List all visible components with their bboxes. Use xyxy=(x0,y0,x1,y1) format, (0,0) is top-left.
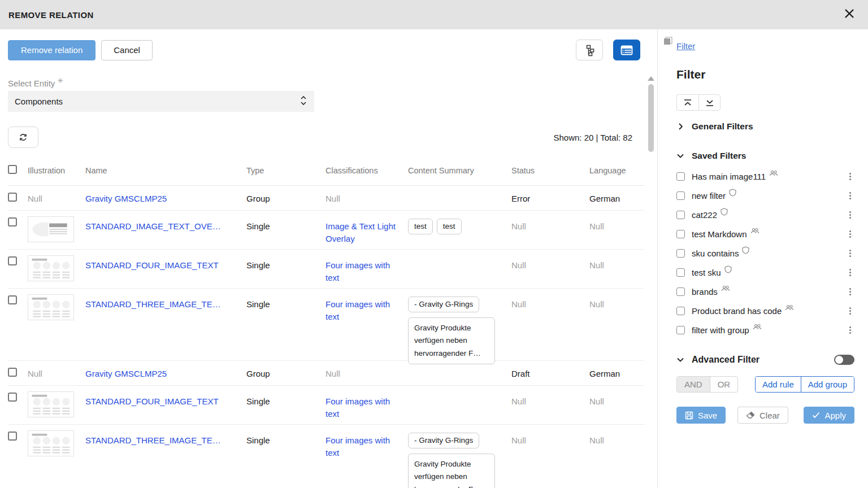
filter-menu-button[interactable] xyxy=(845,191,854,200)
tree-view-icon xyxy=(583,44,596,56)
name-link[interactable]: Gravity GMSCLMP25 xyxy=(85,369,167,378)
name-link[interactable]: STANDARD_THREE_IMAGE_TE… xyxy=(85,435,221,445)
four-image-thumbnail xyxy=(28,255,74,281)
row-checkbox[interactable] xyxy=(8,256,17,265)
name-link[interactable]: STANDARD_IMAGE_TEXT_OVE… xyxy=(85,221,221,231)
scroll-up-arrow-icon[interactable] xyxy=(648,76,654,81)
saved-filter-item: brands xyxy=(676,282,854,301)
row-checkbox[interactable] xyxy=(8,368,17,377)
scrollbar-thumb[interactable] xyxy=(648,84,654,152)
type-cell: Single xyxy=(246,250,326,288)
classification-link[interactable]: Four images with text xyxy=(326,435,390,458)
group-icon xyxy=(721,285,730,292)
filter-menu-button[interactable] xyxy=(845,306,854,315)
collapse-all-button[interactable] xyxy=(676,94,698,111)
filter-menu-button[interactable] xyxy=(845,249,854,258)
filter-menu-button[interactable] xyxy=(845,325,854,334)
filter-panel-link[interactable]: Filter xyxy=(676,41,695,51)
refresh-button[interactable] xyxy=(8,127,38,148)
table-row: Null Gravity GMSCLMP25 Group Null Draft … xyxy=(8,361,644,386)
status-cell: Null xyxy=(511,425,589,488)
classification-cell: Null xyxy=(326,361,408,385)
entity-select-value: Components xyxy=(15,97,63,106)
status-cell: Null xyxy=(511,386,589,424)
content-summary-cell xyxy=(408,361,511,385)
filter-checkbox[interactable] xyxy=(676,191,685,200)
operator-switch: AND OR xyxy=(676,376,738,393)
name-link[interactable]: STANDARD_FOUR_IMAGE_TEXT xyxy=(85,260,219,270)
relations-table: Illustration Name Type Classifications C… xyxy=(8,157,644,488)
name-link[interactable]: Gravity GMSCLMP25 xyxy=(85,194,167,203)
col-classifications: Classifications xyxy=(326,157,408,185)
row-checkbox[interactable] xyxy=(8,295,17,304)
content-summary-cell xyxy=(408,186,511,210)
filter-checkbox[interactable] xyxy=(676,287,685,296)
add-rule-button[interactable]: Add rule xyxy=(756,377,801,392)
name-link[interactable]: STANDARD_THREE_IMAGE_TE… xyxy=(85,299,221,309)
filter-checkbox[interactable] xyxy=(676,249,685,258)
type-cell: Single xyxy=(246,386,326,424)
filter-checkbox[interactable] xyxy=(676,326,685,334)
table-scrollbar[interactable] xyxy=(648,76,654,488)
filter-menu-button[interactable] xyxy=(845,287,854,296)
add-group-button[interactable]: Add group xyxy=(801,377,854,392)
content-summary-cell xyxy=(408,386,511,424)
four-image-thumbnail xyxy=(28,430,74,456)
classification-link[interactable]: Four images with text xyxy=(326,396,390,419)
saved-filter-item: filter with group xyxy=(676,320,854,339)
filter-checkbox[interactable] xyxy=(676,268,685,277)
cancel-button[interactable]: Cancel xyxy=(101,40,153,60)
col-type: Type xyxy=(246,157,326,185)
remove-relation-button[interactable]: Remove relation xyxy=(8,40,96,60)
summary-chip: - Gravity G-Rings xyxy=(408,433,479,448)
classification-link[interactable]: Four images with text xyxy=(326,299,390,322)
and-button[interactable]: AND xyxy=(677,377,710,392)
filter-checkbox[interactable] xyxy=(676,230,685,238)
row-checkbox[interactable] xyxy=(8,217,17,226)
table-row: STANDARD_FOUR_IMAGE_TEXT Single Four ima… xyxy=(8,386,644,425)
layers-icon xyxy=(663,36,673,49)
tree-view-button[interactable] xyxy=(576,40,603,60)
status-cell: Error xyxy=(511,186,589,210)
filter-checkbox[interactable] xyxy=(676,211,685,219)
row-checkbox[interactable] xyxy=(8,432,17,441)
filter-checkbox[interactable] xyxy=(676,307,685,315)
classification-link[interactable]: Image & Text Light Overlay xyxy=(326,221,396,244)
filter-checkbox[interactable] xyxy=(676,172,685,181)
table-row: STANDARD_THREE_IMAGE_TE… Single Four ima… xyxy=(8,425,644,488)
name-link[interactable]: STANDARD_FOUR_IMAGE_TEXT xyxy=(85,396,219,406)
select-all-checkbox[interactable] xyxy=(8,165,17,174)
classification-link[interactable]: Four images with text xyxy=(326,260,390,283)
unfold-icon xyxy=(300,95,307,108)
save-button[interactable]: Save xyxy=(676,407,726,424)
advanced-filter-toggle[interactable] xyxy=(834,355,854,365)
apply-button[interactable]: Apply xyxy=(804,407,854,424)
entity-select[interactable]: Components xyxy=(8,91,314,112)
status-cell: Null xyxy=(511,289,589,364)
filter-menu-button[interactable] xyxy=(845,268,854,277)
filter-actions: Save Clear Apply xyxy=(676,407,854,424)
type-cell: Group xyxy=(246,361,326,385)
table-view-button[interactable] xyxy=(613,40,640,60)
action-toolbar: Remove relation Cancel xyxy=(8,40,640,60)
close-button[interactable] xyxy=(841,5,858,22)
summary-text-box: Gravity Produkte verfügen neben hervorra… xyxy=(408,454,495,488)
filter-label: new filter xyxy=(692,191,726,201)
general-filters-section[interactable]: General Filters xyxy=(676,121,753,132)
or-button[interactable]: OR xyxy=(710,377,738,392)
table-row: Null Gravity GMSCLMP25 Group Null Error … xyxy=(8,186,644,211)
language-cell: German xyxy=(589,361,644,385)
filter-menu-button[interactable] xyxy=(845,172,854,181)
row-checkbox[interactable] xyxy=(8,193,17,202)
filter-menu-button[interactable] xyxy=(845,210,854,219)
expand-all-button[interactable] xyxy=(698,94,721,111)
rule-controls: AND OR Add rule Add group xyxy=(676,376,854,393)
refresh-icon xyxy=(18,132,29,143)
clear-button[interactable]: Clear xyxy=(737,407,788,424)
dialog-title: REMOVE RELATION xyxy=(8,10,94,20)
status-cell: Draft xyxy=(511,361,589,385)
filter-menu-button[interactable] xyxy=(845,229,854,238)
saved-filter-item: cat222 xyxy=(676,205,854,224)
row-checkbox[interactable] xyxy=(8,393,17,402)
saved-filters-section[interactable]: Saved Filters xyxy=(676,151,747,161)
